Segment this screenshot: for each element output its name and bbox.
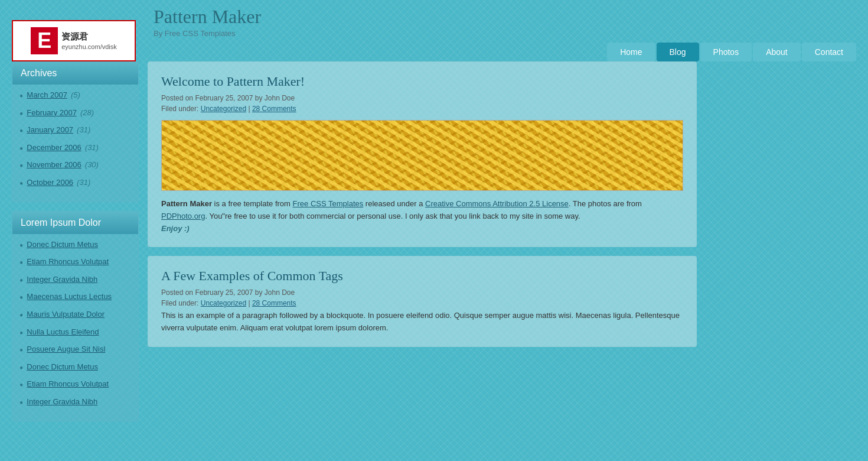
archives-box: Archives •March 2007 (5)•February 2007 (… xyxy=(12,61,139,202)
list-item: •October 2006 (31) xyxy=(19,178,131,191)
list-item: •November 2006 (30) xyxy=(19,160,131,173)
list-item: •Posuere Augue Sit Nisl xyxy=(19,345,131,358)
archive-count: (31) xyxy=(85,143,99,152)
lorem-title: Lorem Ipsum Dolor xyxy=(12,212,138,234)
post-2-title: A Few Examples of Common Tags xyxy=(161,268,683,284)
list-item: •Donec Dictum Metus xyxy=(19,240,131,253)
archive-link[interactable]: November 2006 xyxy=(27,160,81,169)
post-2-meta-date: Posted on February 25, 2007 by John Doe xyxy=(161,288,683,297)
bullet-icon: • xyxy=(19,178,23,191)
list-item: •Integer Gravida Nibh xyxy=(19,397,131,410)
list-item: •Nulla Luctus Eleifend xyxy=(19,327,131,340)
logo-url: eyunzhu.com/vdisk xyxy=(61,43,117,51)
pdphoto-link[interactable]: PDPhoto.org xyxy=(161,212,205,220)
lorem-link[interactable]: Posuere Augue Sit Nisl xyxy=(27,345,105,353)
lorem-link[interactable]: Maecenas Luctus Lectus xyxy=(27,292,112,301)
nav-item-contact[interactable]: Contact xyxy=(802,43,856,61)
cc-license-link[interactable]: Creative Commons Attribution 2.5 License xyxy=(425,199,569,208)
post-1-meta-date: Posted on February 25, 2007 by John Doe xyxy=(161,94,683,102)
nav-item-blog[interactable]: Blog xyxy=(657,43,699,61)
post-2-comments-link[interactable]: 28 Comments xyxy=(252,299,296,307)
bullet-icon: • xyxy=(19,257,23,270)
lorem-link[interactable]: Donec Dictum Metus xyxy=(27,240,98,249)
post-2-meta-filed: Filed under: Uncategorized | 28 Comments xyxy=(161,299,683,307)
list-item: •Integer Gravida Nibh xyxy=(19,275,131,288)
lorem-link[interactable]: Mauris Vulputate Dolor xyxy=(27,310,105,319)
post-1-image xyxy=(161,120,683,191)
list-item: •December 2006 (31) xyxy=(19,143,131,156)
bullet-icon: • xyxy=(19,90,23,103)
archive-count: (30) xyxy=(85,160,99,169)
lorem-link[interactable]: Integer Gravida Nibh xyxy=(27,397,97,406)
list-item: •Etiam Rhoncus Volutpat xyxy=(19,379,131,392)
archive-count: (31) xyxy=(77,125,90,134)
list-item: •Maecenas Luctus Lectus xyxy=(19,292,131,305)
lorem-link[interactable]: Integer Gravida Nibh xyxy=(27,275,97,284)
archive-count: (5) xyxy=(71,90,80,99)
lorem-link[interactable]: Nulla Luctus Eleifend xyxy=(27,327,99,336)
archives-list: •March 2007 (5)•February 2007 (28)•Janua… xyxy=(12,85,138,202)
list-item: •Etiam Rhoncus Volutpat xyxy=(19,257,131,270)
post-1: Welcome to Pattern Maker! Posted on Febr… xyxy=(148,61,697,247)
archive-link[interactable]: December 2006 xyxy=(27,143,81,152)
bullet-icon: • xyxy=(19,275,23,288)
logo-chinese: 资源君 xyxy=(61,31,117,43)
lorem-link[interactable]: Etiam Rhoncus Volutpat xyxy=(27,379,109,388)
post-2: A Few Examples of Common Tags Posted on … xyxy=(148,256,697,347)
archive-count: (28) xyxy=(80,108,94,117)
archive-link[interactable]: March 2007 xyxy=(27,90,67,99)
archives-title: Archives xyxy=(12,62,138,85)
archive-link[interactable]: October 2006 xyxy=(27,178,73,187)
post-1-title: Welcome to Pattern Maker! xyxy=(161,74,683,89)
post-1-category-link[interactable]: Uncategorized xyxy=(201,105,246,113)
bullet-icon: • xyxy=(19,108,23,121)
bullet-icon: • xyxy=(19,240,23,253)
list-item: •March 2007 (5) xyxy=(19,90,131,103)
archive-link[interactable]: January 2007 xyxy=(27,125,73,134)
post-1-body: Pattern Maker is a free template from Fr… xyxy=(161,198,683,235)
archive-link[interactable]: February 2007 xyxy=(27,108,77,117)
bullet-icon: • xyxy=(19,379,23,392)
bullet-icon: • xyxy=(19,160,23,173)
archive-count: (31) xyxy=(77,178,90,187)
lorem-list: •Donec Dictum Metus•Etiam Rhoncus Volutp… xyxy=(12,234,138,421)
bullet-icon: • xyxy=(19,143,23,156)
logo-e-letter: E xyxy=(31,27,58,54)
lorem-box: Lorem Ipsum Dolor •Donec Dictum Metus•Et… xyxy=(12,211,139,421)
title-area: Pattern Maker By Free CSS Templates xyxy=(154,6,856,38)
post-2-body: This is an example of a paragraph follow… xyxy=(161,310,683,335)
list-item: •Mauris Vulputate Dolor xyxy=(19,310,131,323)
main-content: Welcome to Pattern Maker! Posted on Febr… xyxy=(148,61,697,430)
site-subtitle: By Free CSS Templates xyxy=(154,29,856,38)
site-title: Pattern Maker xyxy=(154,6,856,28)
bullet-icon: • xyxy=(19,125,23,138)
bullet-icon: • xyxy=(19,327,23,340)
bullet-icon: • xyxy=(19,362,23,375)
post-1-meta-filed: Filed under: Uncategorized | 28 Comments xyxy=(161,105,683,113)
bullet-icon: • xyxy=(19,310,23,323)
list-item: •January 2007 (31) xyxy=(19,125,131,138)
lorem-link[interactable]: Etiam Rhoncus Volutpat xyxy=(27,257,109,266)
sidebar: Archives •March 2007 (5)•February 2007 (… xyxy=(12,61,139,430)
lorem-link[interactable]: Donec Dictum Metus xyxy=(27,362,98,371)
bullet-icon: • xyxy=(19,397,23,410)
post-2-category-link[interactable]: Uncategorized xyxy=(201,299,246,307)
nav-item-photos[interactable]: Photos xyxy=(700,43,752,61)
site-logo: E 资源君 eyunzhu.com/vdisk xyxy=(12,20,136,61)
enjoy-text: Enjoy :) xyxy=(161,224,190,233)
nav-item-home[interactable]: Home xyxy=(607,43,655,61)
list-item: •February 2007 (28) xyxy=(19,108,131,121)
post-1-comments-link[interactable]: 28 Comments xyxy=(252,105,296,113)
nav-item-about[interactable]: About xyxy=(753,43,801,61)
list-item: •Donec Dictum Metus xyxy=(19,362,131,375)
free-css-templates-link[interactable]: Free CSS Templates xyxy=(293,199,364,208)
bullet-icon: • xyxy=(19,292,23,305)
bullet-icon: • xyxy=(19,345,23,358)
